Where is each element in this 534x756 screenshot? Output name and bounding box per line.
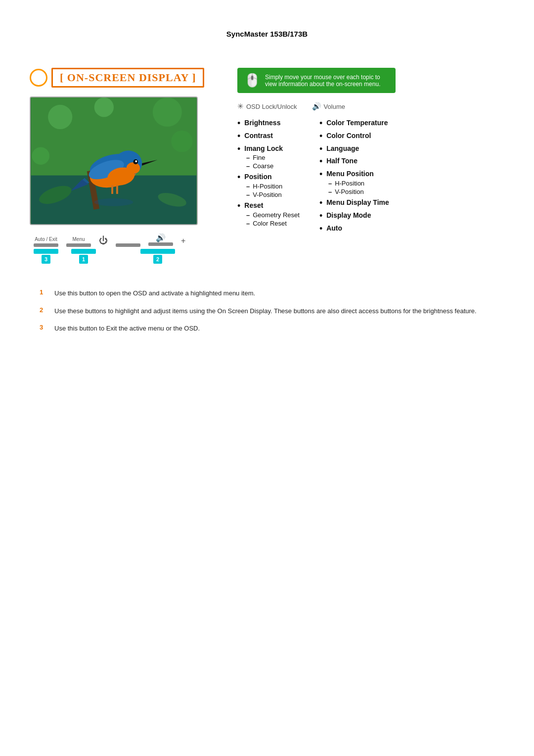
svg-point-21 [94, 198, 134, 206]
label-coarse: Coarse [253, 162, 273, 170]
label-color-temp: Color Temperature [326, 119, 388, 127]
auto-exit-group: Auto / Exit [34, 236, 58, 247]
label-menu-time: Menu Display Time [326, 198, 389, 206]
osd-columns: • Brightness • Contrast • Imang Lock [237, 119, 504, 234]
svg-rect-19 [111, 185, 113, 194]
svg-rect-20 [116, 185, 118, 194]
reset-sub: – Geometry Reset – Color Reset [246, 211, 300, 227]
main-content: [ On-Screen Display ] [0, 68, 534, 264]
position-h[interactable]: – H-Position [246, 183, 300, 190]
bullet-language: • [319, 144, 322, 154]
label-halftone: Half Tone [326, 157, 357, 165]
label-brightness: Brightness [244, 119, 280, 127]
osd-lock-link[interactable]: ✳ OSD Lock/Unlock [237, 102, 297, 111]
bullet-color-ctrl: • [319, 132, 322, 142]
osd-item-menu-time[interactable]: • Menu Display Time [319, 198, 389, 208]
badge-2: 2 [153, 255, 162, 264]
imang-sub: – Fine – Coarse [246, 154, 300, 170]
label-menupos-v: V-Position [335, 188, 364, 195]
volume-group: 🔊 [148, 233, 173, 246]
auto-exit-label: Auto / Exit [35, 236, 57, 242]
osd-title-row: [ On-Screen Display ] [30, 68, 218, 88]
osd-item-contrast[interactable]: • Contrast [237, 132, 300, 142]
instr-text-1: Use this button to open the OSD and acti… [54, 288, 255, 298]
osd-item-color-ctrl[interactable]: • Color Control [319, 132, 389, 142]
volume-icon[interactable]: 🔊 [156, 233, 166, 242]
instruction-1: 1 Use this button to open the OSD and ac… [40, 288, 494, 298]
osd-col-right: • Color Temperature • Color Control • La… [319, 119, 389, 234]
label-hpos: H-Position [253, 183, 282, 190]
osd-item-imang-lock: • Imang Lock – Fine – Coarse [237, 144, 300, 170]
osd-item-auto[interactable]: • Auto [319, 224, 389, 234]
instruction-3: 3 Use this button to Exit the active men… [40, 324, 494, 333]
osd-item-language[interactable]: • Language [319, 144, 389, 154]
bullet-position: • [237, 173, 240, 183]
osd-col-left: • Brightness • Contrast • Imang Lock [237, 119, 300, 234]
imang-coarse[interactable]: – Coarse [246, 162, 300, 170]
label-geo-reset: Geometry Reset [253, 211, 300, 219]
tooltip-box: 🖱️ Simply move your mouse over each topi… [237, 68, 396, 93]
left-panel: [ On-Screen Display ] [30, 68, 218, 264]
instructions-section: 1 Use this button to open the OSD and ac… [0, 288, 534, 333]
label-color-ctrl: Color Control [326, 132, 371, 140]
minus-group [116, 243, 140, 247]
imang-fine[interactable]: – Fine [246, 154, 300, 161]
osd-item-reset: • Reset – Geometry Reset – Color Reset [237, 201, 300, 227]
menu-label: Menu [72, 236, 85, 242]
bullet-menu-time: • [319, 198, 322, 208]
menu-links: ✳ OSD Lock/Unlock 🔊 Volume [237, 102, 504, 111]
star-icon: ✳ [237, 102, 244, 111]
menu-bar[interactable] [66, 243, 91, 247]
monitor-controls: Auto / Exit Menu ⏻ 🔊 [30, 233, 218, 264]
position-v[interactable]: – V-Position [246, 191, 300, 198]
power-icon[interactable]: ⏻ [99, 236, 108, 246]
volume-link[interactable]: 🔊 Volume [312, 102, 345, 111]
monitor-image [30, 96, 198, 225]
label-imang: Imang Lock [244, 144, 283, 152]
label-position: Position [244, 173, 271, 181]
auto-exit-bar[interactable] [34, 243, 58, 247]
svg-point-2 [48, 105, 72, 129]
osd-item-brightness[interactable]: • Brightness [237, 119, 300, 129]
bullet-color-temp: • [319, 119, 322, 129]
cyan-bar-3 [34, 249, 58, 254]
badge-1: 1 [79, 255, 88, 264]
instr-num-3: 3 [40, 324, 47, 331]
bullet-imang: • [237, 144, 240, 154]
volume-label: Volume [324, 103, 345, 110]
right-panel: 🖱️ Simply move your mouse over each topi… [237, 68, 504, 264]
bullet-display-mode: • [319, 211, 322, 221]
instr-num-2: 2 [40, 306, 47, 314]
svg-point-5 [171, 131, 192, 152]
badge-3: 3 [42, 255, 50, 264]
svg-point-13 [135, 160, 137, 162]
label-auto: Auto [326, 224, 342, 232]
mouse-icon: 🖱️ [244, 73, 260, 88]
reset-geometry[interactable]: – Geometry Reset [246, 211, 300, 219]
label-color-reset: Color Reset [253, 220, 287, 227]
menupos-h[interactable]: – H-Position [328, 180, 389, 187]
bullet-auto: • [319, 224, 322, 234]
menupos-v[interactable]: – V-Position [328, 188, 389, 195]
minus-bar[interactable] [116, 243, 140, 247]
bullet-menupos: • [319, 170, 322, 180]
cyan-bar-1 [71, 249, 96, 254]
osd-item-display-mode[interactable]: • Display Mode [319, 211, 389, 221]
label-menupos-h: H-Position [335, 180, 364, 187]
plus-label: + [181, 236, 185, 245]
instr-text-2: Use these buttons to highlight and adjus… [54, 306, 477, 316]
svg-point-6 [32, 147, 49, 164]
label-contrast: Contrast [244, 132, 273, 140]
position-sub: – H-Position – V-Position [246, 183, 300, 198]
osd-circle-icon [30, 69, 47, 87]
reset-color[interactable]: – Color Reset [246, 220, 300, 227]
osd-item-position: • Position – H-Position – V-Position [237, 173, 300, 198]
page-title: SyncMaster 153B/173B [0, 0, 534, 58]
bullet-reset: • [237, 201, 240, 211]
menupos-sub: – H-Position – V-Position [328, 180, 389, 195]
volume-bar[interactable] [148, 242, 173, 246]
osd-item-color-temp[interactable]: • Color Temperature [319, 119, 389, 129]
label-vpos: V-Position [253, 191, 282, 198]
osd-item-halftone[interactable]: • Half Tone [319, 157, 389, 167]
power-group: ⏻ [99, 236, 108, 246]
